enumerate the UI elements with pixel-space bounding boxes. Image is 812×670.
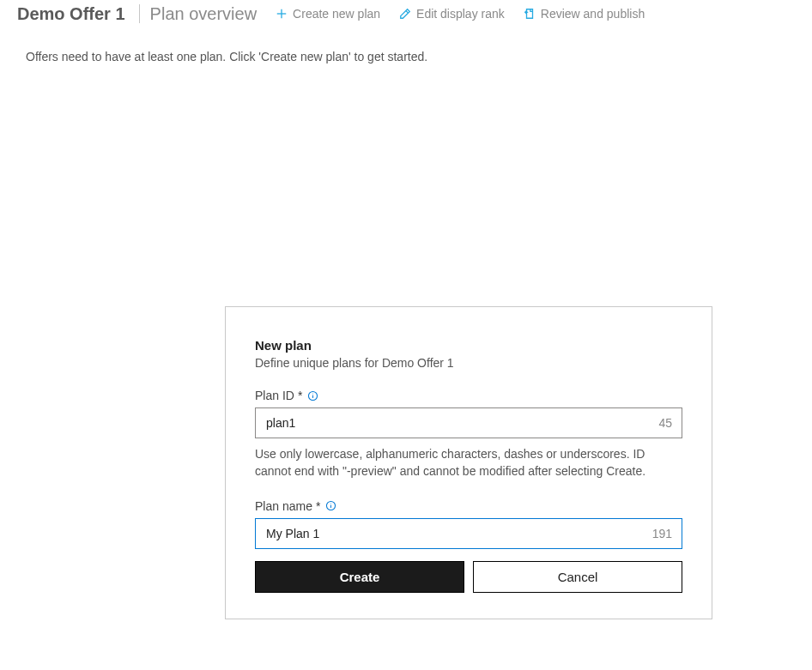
plan-id-help-text: Use only lowercase, alphanumeric charact… (255, 445, 682, 480)
label-text: Plan name (255, 499, 312, 513)
plan-id-input-wrap: 45 (255, 407, 682, 438)
toolbar-label: Create new plan (293, 7, 380, 21)
page-header: Demo Offer 1 Plan overview Create new pl… (0, 0, 812, 31)
label-text: Plan ID (255, 389, 294, 402)
plan-name-label: Plan name * (255, 499, 682, 513)
plan-name-input-wrap: 191 (255, 518, 682, 549)
dialog-subtitle: Define unique plans for Demo Offer 1 (255, 356, 682, 370)
offer-title: Demo Offer 1 (17, 4, 132, 24)
plan-id-input[interactable] (255, 407, 682, 438)
svg-line-2 (406, 11, 409, 14)
info-icon[interactable] (325, 500, 336, 511)
plan-id-label: Plan ID * (255, 389, 682, 402)
plan-name-input[interactable] (255, 518, 682, 549)
required-asterisk: * (316, 499, 320, 513)
edit-display-rank-button[interactable]: Edit display rank (392, 3, 512, 24)
review-and-publish-button[interactable]: Review and publish (517, 3, 651, 24)
page-title: Plan overview (147, 4, 264, 24)
required-asterisk: * (298, 389, 302, 402)
plan-name-char-remaining: 191 (652, 527, 672, 540)
toolbar-label: Review and publish (541, 7, 645, 21)
svg-point-9 (330, 504, 331, 504)
svg-point-6 (312, 393, 313, 394)
plan-id-char-remaining: 45 (658, 416, 672, 430)
publish-icon (524, 8, 536, 20)
cancel-button[interactable]: Cancel (473, 561, 682, 593)
new-plan-dialog: New plan Define unique plans for Demo Of… (225, 306, 712, 619)
dialog-button-row: Create Cancel (255, 561, 682, 593)
pencil-icon (399, 8, 411, 20)
plus-icon (276, 8, 288, 20)
info-icon[interactable] (307, 390, 318, 401)
create-new-plan-button[interactable]: Create new plan (269, 3, 387, 24)
dialog-title: New plan (255, 338, 682, 353)
create-button[interactable]: Create (255, 561, 464, 593)
toolbar-label: Edit display rank (416, 7, 505, 21)
empty-state-help: Offers need to have at least one plan. C… (0, 31, 812, 82)
header-divider (139, 4, 140, 23)
